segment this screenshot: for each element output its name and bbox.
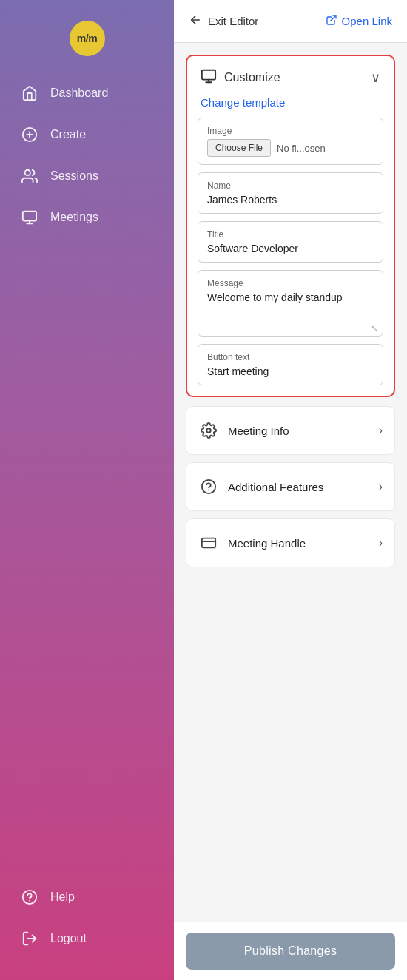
file-name-display: No fi...osen bbox=[277, 143, 326, 154]
sidebar-item-meetings[interactable]: Meetings bbox=[0, 198, 174, 237]
external-link-icon bbox=[326, 14, 337, 28]
chevron-down-icon: ∨ bbox=[371, 70, 380, 86]
sidebar-item-label-create: Create bbox=[50, 128, 86, 141]
choose-file-button[interactable]: Choose File bbox=[207, 139, 271, 157]
sidebar-item-label-sessions: Sessions bbox=[50, 169, 98, 183]
customize-body: Image Choose File No fi...osen Name Jame… bbox=[187, 118, 394, 396]
name-field[interactable]: Name James Roberts bbox=[198, 172, 383, 214]
sidebar-item-logout[interactable]: Logout bbox=[0, 919, 174, 958]
additional-features-section[interactable]: Additional Features › bbox=[186, 462, 395, 511]
content-area: Customize ∨ Change template Image Choose… bbox=[174, 43, 407, 922]
sidebar: m/m Dashboard Create bbox=[0, 0, 174, 980]
gear-icon bbox=[198, 420, 219, 441]
header: Exit Editor Open Link bbox=[174, 0, 407, 43]
name-value: James Roberts bbox=[207, 194, 374, 206]
logo-area: m/m bbox=[0, 0, 174, 74]
svg-rect-12 bbox=[202, 70, 215, 80]
main-content: Exit Editor Open Link Cus bbox=[174, 0, 407, 980]
meeting-info-label: Meeting Info bbox=[228, 425, 379, 437]
customize-header[interactable]: Customize ∨ bbox=[187, 56, 394, 96]
exit-editor-button[interactable]: Exit Editor bbox=[189, 13, 258, 29]
sidebar-item-dashboard[interactable]: Dashboard bbox=[0, 74, 174, 112]
svg-rect-4 bbox=[23, 212, 36, 221]
monitor-icon bbox=[21, 209, 38, 226]
title-label: Title bbox=[207, 229, 374, 240]
title-value: Software Developer bbox=[207, 243, 374, 254]
meeting-handle-section[interactable]: Meeting Handle › bbox=[186, 518, 395, 567]
svg-rect-18 bbox=[202, 538, 215, 548]
home-icon bbox=[21, 84, 38, 102]
svg-point-3 bbox=[25, 170, 30, 175]
meeting-handle-label: Meeting Handle bbox=[228, 537, 379, 550]
log-out-icon bbox=[21, 930, 38, 947]
meeting-info-section[interactable]: Meeting Info › bbox=[186, 406, 395, 455]
open-link-label: Open Link bbox=[342, 15, 392, 27]
sidebar-item-help[interactable]: Help bbox=[0, 878, 174, 916]
title-field[interactable]: Title Software Developer bbox=[198, 221, 383, 263]
meeting-handle-arrow-icon: › bbox=[379, 536, 383, 550]
customize-label: Customize bbox=[224, 71, 280, 84]
additional-features-label: Additional Features bbox=[228, 481, 379, 493]
sidebar-nav: Dashboard Create Sessions bbox=[0, 74, 174, 958]
customize-section: Customize ∨ Change template Image Choose… bbox=[186, 55, 395, 397]
message-field[interactable]: Message Welcome to my daily standup ⤡ bbox=[198, 270, 383, 337]
svg-line-11 bbox=[330, 16, 335, 21]
publish-changes-button[interactable]: Publish Changes bbox=[186, 933, 395, 970]
sidebar-item-sessions[interactable]: Sessions bbox=[0, 157, 174, 195]
logo: m/m bbox=[70, 21, 105, 56]
sidebar-item-label-dashboard: Dashboard bbox=[50, 87, 108, 100]
users-icon bbox=[21, 167, 38, 185]
name-label: Name bbox=[207, 180, 374, 191]
sidebar-item-label-meetings: Meetings bbox=[50, 211, 98, 224]
button-text-value: Start meeting bbox=[207, 365, 374, 377]
message-value: Welcome to my daily standup bbox=[207, 291, 374, 315]
button-text-label: Button text bbox=[207, 352, 374, 362]
exit-editor-label: Exit Editor bbox=[208, 15, 258, 27]
meeting-info-arrow-icon: › bbox=[379, 424, 383, 437]
button-text-field[interactable]: Button text Start meeting bbox=[198, 344, 383, 385]
plus-circle-icon bbox=[21, 126, 38, 143]
sidebar-bottom: Help Logout bbox=[0, 863, 174, 958]
sidebar-item-create[interactable]: Create bbox=[0, 115, 174, 154]
publish-bar: Publish Changes bbox=[174, 922, 407, 980]
customize-header-left: Customize bbox=[201, 68, 280, 87]
back-arrow-icon bbox=[189, 13, 202, 29]
sidebar-item-label-help: Help bbox=[50, 891, 75, 904]
sidebar-item-label-logout: Logout bbox=[50, 932, 87, 945]
monitor-small-icon bbox=[201, 68, 217, 87]
question-circle-icon bbox=[198, 476, 219, 497]
card-icon bbox=[198, 533, 219, 553]
resize-handle-icon: ⤡ bbox=[371, 324, 378, 333]
change-template-link[interactable]: Change template bbox=[187, 96, 394, 118]
additional-features-arrow-icon: › bbox=[379, 480, 383, 493]
help-circle-icon bbox=[21, 888, 38, 906]
image-input-row: Choose File No fi...osen bbox=[207, 139, 374, 157]
open-link-button[interactable]: Open Link bbox=[326, 14, 392, 28]
message-label: Message bbox=[207, 278, 374, 288]
image-label: Image bbox=[207, 126, 374, 136]
svg-point-15 bbox=[206, 428, 211, 433]
image-field: Image Choose File No fi...osen bbox=[198, 118, 383, 165]
